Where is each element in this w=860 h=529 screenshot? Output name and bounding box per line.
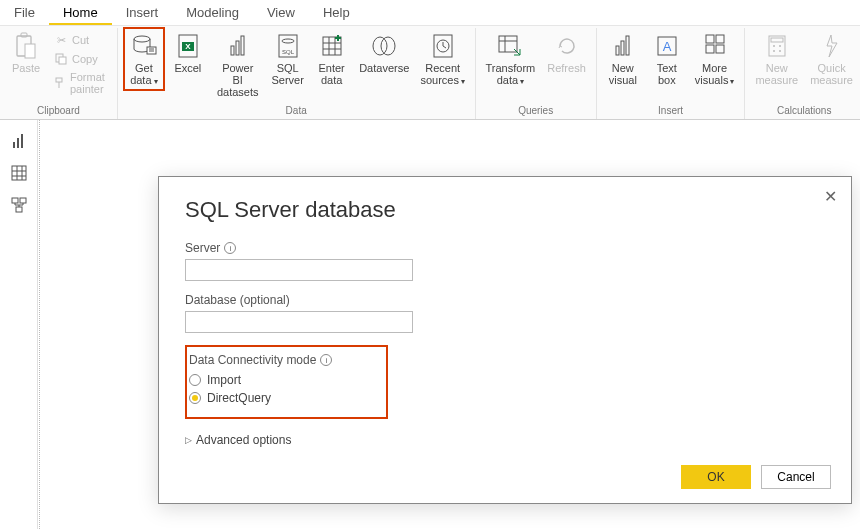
svg-rect-38 bbox=[13, 142, 15, 148]
svg-point-19 bbox=[381, 37, 395, 55]
svg-rect-41 bbox=[12, 166, 26, 180]
svg-rect-5 bbox=[56, 78, 62, 82]
dataverse-icon bbox=[370, 32, 398, 60]
chevron-down-icon: ▾ bbox=[730, 77, 734, 86]
svg-rect-11 bbox=[231, 46, 234, 55]
group-label-queries: Queries bbox=[482, 105, 590, 119]
pbi-datasets-button[interactable]: Power BIdatasets bbox=[212, 28, 264, 100]
svg-rect-28 bbox=[706, 35, 714, 43]
more-visuals-button[interactable]: Morevisuals▾ bbox=[691, 28, 739, 90]
model-view-button[interactable] bbox=[8, 194, 30, 216]
format-painter-icon bbox=[54, 76, 66, 90]
radio-directquery[interactable]: DirectQuery bbox=[189, 389, 332, 407]
info-icon[interactable]: i bbox=[224, 242, 236, 254]
excel-button[interactable]: X Excel bbox=[168, 28, 208, 76]
svg-text:X: X bbox=[185, 42, 191, 51]
pbi-datasets-icon bbox=[224, 32, 252, 60]
left-view-rail bbox=[0, 120, 38, 529]
report-view-button[interactable] bbox=[8, 130, 30, 152]
group-calculations: Newmeasure Quickmeasure Calculations bbox=[745, 28, 860, 119]
new-measure-button[interactable]: Newmeasure bbox=[751, 28, 802, 88]
svg-rect-44 bbox=[16, 207, 22, 212]
svg-rect-4 bbox=[59, 57, 66, 64]
cut-button[interactable]: ✂Cut bbox=[50, 32, 111, 48]
cut-icon: ✂ bbox=[54, 33, 68, 47]
data-view-button[interactable] bbox=[8, 162, 30, 184]
text-box-button[interactable]: A Textbox bbox=[647, 28, 687, 88]
excel-icon: X bbox=[174, 32, 202, 60]
menu-file[interactable]: File bbox=[0, 0, 49, 25]
transform-data-button[interactable]: Transformdata▾ bbox=[482, 28, 540, 90]
cancel-button[interactable]: Cancel bbox=[761, 465, 831, 489]
group-label-clipboard: Clipboard bbox=[6, 105, 111, 119]
server-label: Serveri bbox=[185, 241, 825, 255]
group-insert: Newvisual A Textbox Morevisuals▾ Insert bbox=[597, 28, 746, 119]
radio-icon bbox=[189, 392, 201, 404]
new-visual-button[interactable]: Newvisual bbox=[603, 28, 643, 88]
quick-measure-icon bbox=[818, 32, 846, 60]
svg-rect-33 bbox=[771, 38, 783, 42]
dataverse-button[interactable]: Dataverse bbox=[356, 28, 413, 76]
svg-point-34 bbox=[773, 45, 775, 47]
radio-import[interactable]: Import bbox=[189, 371, 332, 389]
svg-rect-31 bbox=[716, 45, 724, 53]
more-visuals-icon bbox=[701, 32, 729, 60]
more-visuals-label: Morevisuals▾ bbox=[695, 62, 735, 88]
format-painter-button[interactable]: Format painter bbox=[50, 70, 111, 96]
quick-measure-button[interactable]: Quickmeasure bbox=[806, 28, 857, 88]
copy-icon bbox=[54, 52, 68, 66]
dialog-title: SQL Server database bbox=[185, 197, 825, 223]
chevron-down-icon: ▾ bbox=[520, 77, 524, 86]
dialog-close-button[interactable]: ✕ bbox=[824, 187, 837, 206]
svg-rect-39 bbox=[17, 138, 19, 148]
ok-button[interactable]: OK bbox=[681, 465, 751, 489]
new-visual-icon bbox=[609, 32, 637, 60]
recent-sources-button[interactable]: Recentsources▾ bbox=[417, 28, 469, 90]
database-label: Database (optional) bbox=[185, 293, 825, 307]
sql-server-icon: SQL bbox=[274, 32, 302, 60]
recent-sources-label: Recentsources▾ bbox=[420, 62, 465, 88]
group-label-data: Data bbox=[124, 105, 469, 119]
group-queries: Transformdata▾ Refresh Queries bbox=[476, 28, 597, 119]
pbi-datasets-label: Power BIdatasets bbox=[216, 62, 260, 98]
triangle-right-icon: ▷ bbox=[185, 435, 192, 445]
group-label-insert: Insert bbox=[603, 105, 739, 119]
chevron-down-icon: ▾ bbox=[461, 77, 465, 86]
menu-help[interactable]: Help bbox=[309, 0, 364, 25]
transform-data-icon bbox=[496, 32, 524, 60]
menu-modeling[interactable]: Modeling bbox=[172, 0, 253, 25]
svg-text:SQL: SQL bbox=[282, 49, 295, 55]
dataverse-label: Dataverse bbox=[359, 62, 409, 74]
refresh-button[interactable]: Refresh bbox=[543, 28, 590, 76]
svg-rect-40 bbox=[21, 134, 23, 148]
svg-rect-29 bbox=[716, 35, 724, 43]
svg-text:A: A bbox=[662, 39, 671, 54]
radio-icon bbox=[189, 374, 201, 386]
paste-label: Paste bbox=[12, 62, 40, 74]
get-data-button[interactable]: Getdata▾ bbox=[124, 28, 164, 90]
paste-button[interactable]: Paste bbox=[6, 28, 46, 76]
server-input[interactable] bbox=[185, 259, 413, 281]
recent-sources-icon bbox=[429, 32, 457, 60]
menu-view[interactable]: View bbox=[253, 0, 309, 25]
format-painter-label: Format painter bbox=[70, 71, 107, 95]
database-input[interactable] bbox=[185, 311, 413, 333]
sql-server-button[interactable]: SQL SQLServer bbox=[268, 28, 308, 88]
svg-rect-2 bbox=[25, 44, 35, 58]
menu-insert[interactable]: Insert bbox=[112, 0, 173, 25]
advanced-options-toggle[interactable]: ▷Advanced options bbox=[185, 433, 825, 447]
paste-icon bbox=[12, 32, 40, 60]
text-box-label: Textbox bbox=[657, 62, 677, 86]
enter-data-button[interactable]: Enterdata bbox=[312, 28, 352, 88]
info-icon[interactable]: i bbox=[320, 354, 332, 366]
svg-point-16 bbox=[282, 39, 294, 43]
enter-data-label: Enterdata bbox=[318, 62, 344, 86]
connectivity-mode-label: Data Connectivity modei bbox=[189, 353, 332, 367]
new-measure-icon bbox=[763, 32, 791, 60]
svg-rect-13 bbox=[241, 36, 244, 55]
canvas-separator bbox=[39, 120, 41, 529]
menu-home[interactable]: Home bbox=[49, 0, 112, 25]
svg-rect-24 bbox=[621, 41, 624, 55]
copy-button[interactable]: Copy bbox=[50, 51, 111, 67]
text-box-icon: A bbox=[653, 32, 681, 60]
